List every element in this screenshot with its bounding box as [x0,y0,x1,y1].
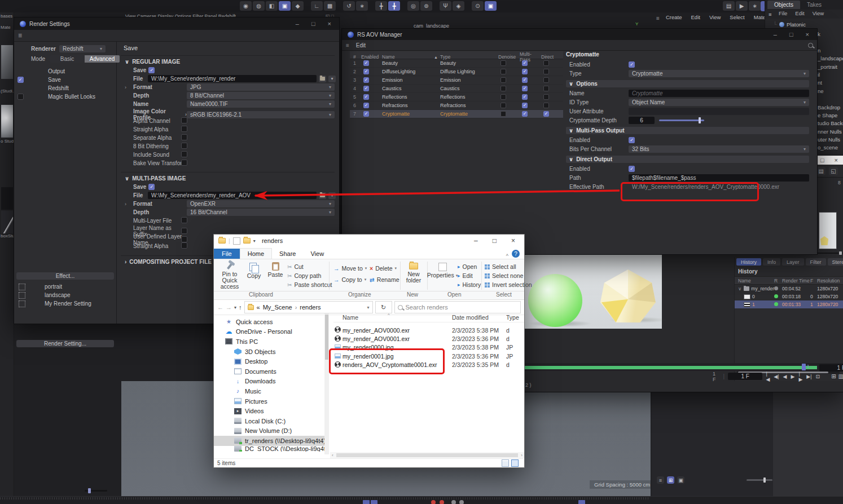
multipass-checkbox[interactable] [522,60,528,66]
mode-basic-button[interactable]: Basic [50,55,85,63]
options-section[interactable]: ∨Options [566,80,809,87]
type-dropdown[interactable]: Cryptomatte [629,70,809,77]
close-icon[interactable]: × [328,20,331,27]
viewer-tool-icon[interactable]: ▤ [816,167,826,175]
col-name[interactable]: Name [382,54,395,60]
denoise-checkbox[interactable] [500,69,506,74]
object-item-fragment[interactable] [818,96,843,104]
col-denoise[interactable]: Denoise [498,54,520,60]
frame-end-box[interactable]: 1 F [819,364,843,372]
image-thumbnail[interactable] [819,212,837,249]
grid-view-icon[interactable]: ⊞ [667,476,674,484]
thumbnail-slider[interactable] [818,253,842,254]
toolbar-icon[interactable]: Ψ [440,1,451,11]
viewer-tab[interactable]: Stereo [828,258,843,266]
toolbar-icon[interactable] [401,1,406,11]
sidebar-item[interactable]: This PC [214,337,324,347]
minimize-icon[interactable]: – [296,20,299,27]
select-small-button[interactable]: Invert selection [485,280,532,289]
objects-menu-icon[interactable]: ≡ [769,11,772,17]
aov-row[interactable]: 6 Refractions Refractions [350,101,563,110]
render-toolbar-icon[interactable]: ∗ [749,1,761,11]
mp-save-checkbox[interactable] [148,184,155,190]
minimize-icon[interactable]: – [474,237,478,245]
object-item-fragment[interactable]: il [818,72,843,79]
rename-button[interactable]: ⇄Rename [370,275,399,284]
col-name[interactable]: Name [738,278,774,284]
file-row[interactable]: my_render_AOV0000.exr 2/3/2023 5:38 PM d [333,326,524,334]
aov-row[interactable]: 1 Beauty Beauty [350,59,563,68]
render-preset-item[interactable]: My Render Setting [14,299,116,308]
field-dropdown[interactable]: 16 Bit/Channel [187,209,335,216]
history-row[interactable]: 0 00:03:18 0 1280x720 [735,293,843,300]
viewport-slider[interactable] [85,490,107,492]
recent-caret-icon[interactable]: ▾ [234,305,236,310]
large-icons-view-icon[interactable] [511,459,519,467]
close-icon[interactable]: × [835,157,838,163]
material-thumbnail[interactable] [1,45,13,79]
object-item-fragment[interactable]: _landscape [818,55,843,63]
details-view-icon[interactable] [502,459,509,467]
properties-button[interactable]: Properties▾ [429,261,455,278]
settings-nav-item[interactable]: Save [14,76,116,84]
maximize-icon[interactable]: □ [493,237,497,245]
quick-toolbar-folder-icon[interactable] [243,238,251,244]
toolbar-icon[interactable]: ▩ [324,1,336,11]
copy-to-button[interactable]: →Copy to▾ [333,275,366,284]
keyframe-icon[interactable] [451,500,456,504]
open-small-button[interactable]: ▸Open [458,262,481,271]
option-checkbox[interactable] [181,151,187,157]
option-checkbox[interactable] [181,160,187,166]
clipboard-small-button[interactable]: ✂Cut [287,262,332,271]
name-input[interactable]: Cryptomatte [629,90,809,97]
viewer-tab[interactable]: Info [763,258,780,266]
sidebar-item[interactable]: Pictures [214,396,324,406]
delete-button[interactable]: ×Delete▾ [370,264,397,273]
nav-checkbox[interactable] [17,77,24,83]
enabled-checkbox[interactable] [363,94,369,100]
menu-hamburger-icon[interactable]: ≡ [656,15,660,21]
option-checkbox[interactable] [181,126,187,132]
objects-menu-item[interactable]: View [813,10,824,16]
object-item-fragment[interactable]: ne [818,88,843,96]
object-item-fragment[interactable]: uter Nulls [818,136,843,144]
file-row[interactable]: my_render0000.jpg 2/3/2023 5:38 PM JP [333,343,524,352]
sidebar-item[interactable]: DC_STOCK (\\Desktop-li9q4t4) (X:) [214,446,324,452]
nav-checkbox[interactable] [17,94,24,100]
object-item-fragment[interactable]: tudio Backdro [818,120,843,128]
close-icon[interactable]: × [806,31,809,38]
field-dropdown[interactable]: JPG [187,83,335,91]
object-platonic[interactable]: Platonic [787,21,806,28]
settings-nav-item[interactable]: Redshift [14,84,116,92]
breadcrumb-myscene[interactable]: My_Scene [263,304,292,311]
enabled-checkbox[interactable] [363,60,369,66]
bits-dropdown[interactable]: 32 Bits [629,145,809,153]
col-date-modified[interactable]: Date modified [452,314,506,321]
collapse-icon[interactable]: ∨ [125,175,129,182]
transport-button[interactable]: ◀| [774,374,779,379]
timeline-button[interactable] [363,500,370,504]
timeline-strip[interactable] [0,496,843,504]
col-num[interactable]: # [350,54,361,60]
paste-button[interactable]: Paste [265,261,286,278]
file-row[interactable]: renders_AOV_Cryptomatte0001.exr 2/3/2023… [333,361,524,369]
list-view-icon[interactable]: ≡ [657,476,664,484]
menu-item[interactable]: Edit [691,14,700,20]
option-checkbox[interactable] [181,236,187,242]
toolbar-icon[interactable]: ◧ [266,1,278,11]
viewer-tool-icon[interactable]: ◱ [829,167,838,175]
close-icon[interactable]: × [511,237,515,245]
denoise-checkbox[interactable] [500,94,506,100]
horizontal-scrollbar[interactable]: ‹ › [330,452,524,458]
keyframe-icon[interactable] [459,500,464,504]
collapse-icon[interactable]: ∨ [125,59,129,65]
render-toolbar-icon[interactable]: ▶ [736,1,748,11]
ribbon-collapse-icon[interactable]: ^ [503,253,512,259]
path-input[interactable]: $filepath$filename_$pass [629,174,809,182]
select-small-button[interactable]: Select all [485,262,532,271]
denoise-checkbox[interactable] [500,103,506,108]
record-position-icon[interactable] [431,500,436,504]
playhead[interactable] [802,364,806,370]
ribbon-tab[interactable]: Home [240,248,272,259]
copy-button[interactable]: Copy [244,261,264,279]
